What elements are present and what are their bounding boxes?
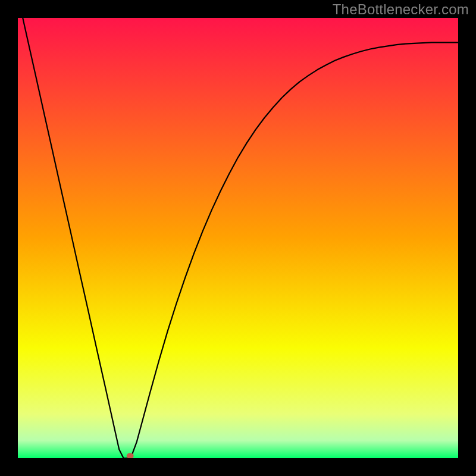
chart-container: TheBottlenecker.com bbox=[0, 0, 476, 476]
chart-svg bbox=[18, 18, 458, 458]
plot-area bbox=[18, 18, 458, 458]
watermark-text: TheBottlenecker.com bbox=[333, 1, 469, 18]
plot-background bbox=[18, 18, 458, 458]
